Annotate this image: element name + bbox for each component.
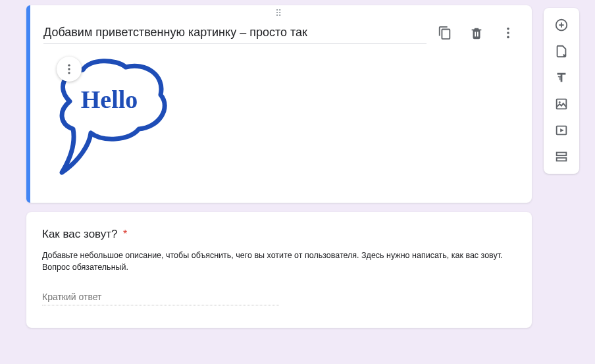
svg-point-2 [507, 36, 509, 39]
image-item-card[interactable]: ⠿ Hello [26, 5, 532, 203]
short-answer-input [42, 289, 279, 305]
add-video-button[interactable] [548, 117, 575, 143]
svg-point-4 [68, 68, 70, 70]
section-icon [554, 149, 569, 164]
add-section-button[interactable] [548, 143, 575, 170]
question-title: Как вас зовут? [42, 228, 118, 240]
plus-circle-icon [554, 18, 569, 32]
text-icon [554, 70, 569, 85]
add-title-button[interactable] [548, 65, 575, 91]
svg-point-5 [68, 72, 70, 74]
image-text: Hello [81, 86, 138, 113]
svg-point-1 [507, 32, 509, 34]
question-card[interactable]: Как вас зовут? * Добавьте небольшое опис… [26, 212, 532, 328]
svg-rect-13 [557, 158, 567, 161]
copy-icon [438, 26, 452, 40]
video-icon [554, 123, 569, 138]
required-indicator: * [123, 228, 127, 240]
more-vert-icon [501, 26, 515, 40]
import-icon [554, 44, 569, 59]
drag-handle-icon[interactable]: ⠿ [275, 8, 283, 18]
svg-point-10 [559, 101, 561, 103]
image-content: Hello [30, 53, 532, 203]
svg-point-3 [68, 65, 70, 66]
svg-rect-9 [557, 99, 567, 109]
copy-button[interactable] [432, 20, 458, 46]
add-image-button[interactable] [548, 91, 575, 117]
more-vert-icon [63, 63, 76, 76]
svg-point-0 [507, 28, 509, 30]
image-title-input[interactable] [43, 22, 427, 44]
delete-button[interactable] [463, 20, 490, 46]
image-options-button[interactable] [57, 57, 82, 82]
more-button[interactable] [495, 20, 521, 46]
import-questions-button[interactable] [548, 38, 575, 65]
add-question-button[interactable] [548, 12, 575, 38]
trash-icon [469, 26, 484, 40]
image-icon [554, 97, 569, 111]
floating-toolbar [544, 8, 579, 174]
svg-rect-12 [557, 153, 567, 156]
question-description: Добавьте небольшое описание, чтобы объяс… [42, 250, 516, 273]
